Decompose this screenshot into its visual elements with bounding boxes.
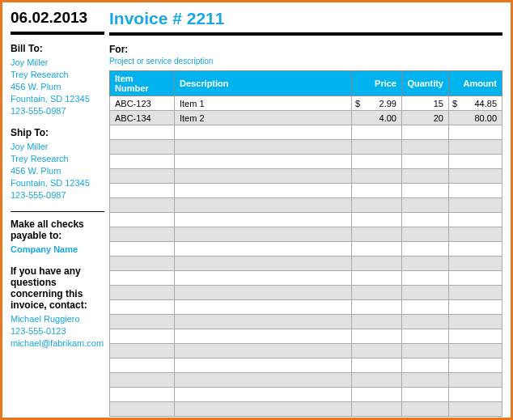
cell-amount[interactable] (449, 300, 502, 315)
cell-price[interactable] (352, 388, 402, 402)
cell-price[interactable] (352, 125, 402, 140)
cell-quantity[interactable] (402, 358, 449, 373)
cell-amount[interactable] (449, 373, 502, 388)
cell-description[interactable] (175, 329, 352, 344)
cell-item-number[interactable]: ABC-134 (110, 111, 175, 125)
cell-description[interactable] (175, 257, 352, 271)
cell-quantity[interactable] (402, 315, 449, 329)
cell-amount[interactable] (449, 257, 502, 271)
cell-description[interactable] (175, 155, 352, 169)
cell-quantity[interactable] (402, 125, 449, 140)
cell-price[interactable] (352, 242, 402, 257)
cell-price[interactable] (352, 198, 402, 213)
cell-quantity[interactable] (402, 227, 449, 242)
cell-item-number[interactable]: ABC-123 (110, 96, 175, 111)
cell-quantity[interactable]: 15 (402, 96, 449, 111)
cell-quantity[interactable] (402, 286, 449, 300)
cell-quantity[interactable] (402, 388, 449, 402)
cell-item-number[interactable] (110, 388, 175, 402)
cell-quantity[interactable] (402, 242, 449, 257)
cell-price[interactable] (352, 169, 402, 184)
cell-description[interactable]: Item 2 (175, 111, 352, 125)
cell-item-number[interactable] (110, 373, 175, 388)
cell-item-number[interactable] (110, 344, 175, 358)
cell-amount[interactable] (449, 140, 502, 155)
cell-price[interactable] (352, 402, 402, 417)
cell-item-number[interactable] (110, 358, 175, 373)
cell-price[interactable] (352, 315, 402, 329)
cell-price[interactable] (352, 271, 402, 286)
cell-item-number[interactable] (110, 227, 175, 242)
cell-item-number[interactable] (110, 213, 175, 227)
cell-description[interactable] (175, 213, 352, 227)
cell-quantity[interactable] (402, 271, 449, 286)
cell-amount[interactable] (449, 315, 502, 329)
cell-price[interactable] (352, 344, 402, 358)
cell-item-number[interactable] (110, 402, 175, 417)
cell-description[interactable] (175, 358, 352, 373)
cell-quantity[interactable] (402, 198, 449, 213)
cell-item-number[interactable] (110, 257, 175, 271)
cell-amount[interactable] (449, 213, 502, 227)
cell-amount[interactable] (449, 227, 502, 242)
cell-amount[interactable] (449, 286, 502, 300)
cell-item-number[interactable] (110, 169, 175, 184)
cell-amount[interactable] (449, 125, 502, 140)
cell-price[interactable] (352, 286, 402, 300)
cell-description[interactable] (175, 198, 352, 213)
cell-amount[interactable] (449, 155, 502, 169)
cell-price[interactable]: 4.00 (352, 111, 402, 125)
cell-quantity[interactable] (402, 329, 449, 344)
cell-quantity[interactable] (402, 402, 449, 417)
cell-item-number[interactable] (110, 155, 175, 169)
cell-amount[interactable] (449, 388, 502, 402)
cell-price[interactable] (352, 257, 402, 271)
cell-quantity[interactable] (402, 257, 449, 271)
cell-price[interactable] (352, 184, 402, 198)
cell-price[interactable]: $2.99 (352, 96, 402, 111)
cell-price[interactable] (352, 155, 402, 169)
cell-amount[interactable] (449, 169, 502, 184)
cell-quantity[interactable] (402, 184, 449, 198)
cell-quantity[interactable] (402, 373, 449, 388)
cell-description[interactable] (175, 140, 352, 155)
cell-description[interactable] (175, 286, 352, 300)
cell-item-number[interactable] (110, 315, 175, 329)
cell-amount[interactable] (449, 242, 502, 257)
cell-description[interactable] (175, 344, 352, 358)
cell-description[interactable] (175, 184, 352, 198)
cell-description[interactable]: Item 1 (175, 96, 352, 111)
cell-description[interactable] (175, 227, 352, 242)
cell-price[interactable] (352, 300, 402, 315)
cell-description[interactable] (175, 388, 352, 402)
cell-amount[interactable] (449, 184, 502, 198)
cell-price[interactable] (352, 373, 402, 388)
cell-quantity[interactable] (402, 155, 449, 169)
cell-quantity[interactable] (402, 213, 449, 227)
cell-amount[interactable] (449, 329, 502, 344)
cell-description[interactable] (175, 125, 352, 140)
cell-description[interactable] (175, 271, 352, 286)
cell-quantity[interactable] (402, 300, 449, 315)
cell-item-number[interactable] (110, 242, 175, 257)
cell-amount[interactable] (449, 271, 502, 286)
cell-quantity[interactable] (402, 344, 449, 358)
cell-price[interactable] (352, 213, 402, 227)
cell-description[interactable] (175, 169, 352, 184)
cell-amount[interactable] (449, 198, 502, 213)
cell-description[interactable] (175, 373, 352, 388)
cell-price[interactable] (352, 227, 402, 242)
cell-item-number[interactable] (110, 329, 175, 344)
cell-item-number[interactable] (110, 271, 175, 286)
cell-amount[interactable] (449, 402, 502, 417)
cell-item-number[interactable] (110, 198, 175, 213)
cell-quantity[interactable]: 20 (402, 111, 449, 125)
cell-amount[interactable] (449, 344, 502, 358)
cell-item-number[interactable] (110, 286, 175, 300)
cell-item-number[interactable] (110, 300, 175, 315)
cell-item-number[interactable] (110, 184, 175, 198)
cell-amount[interactable]: 80.00 (449, 111, 502, 125)
cell-quantity[interactable] (402, 140, 449, 155)
cell-price[interactable] (352, 329, 402, 344)
cell-description[interactable] (175, 300, 352, 315)
